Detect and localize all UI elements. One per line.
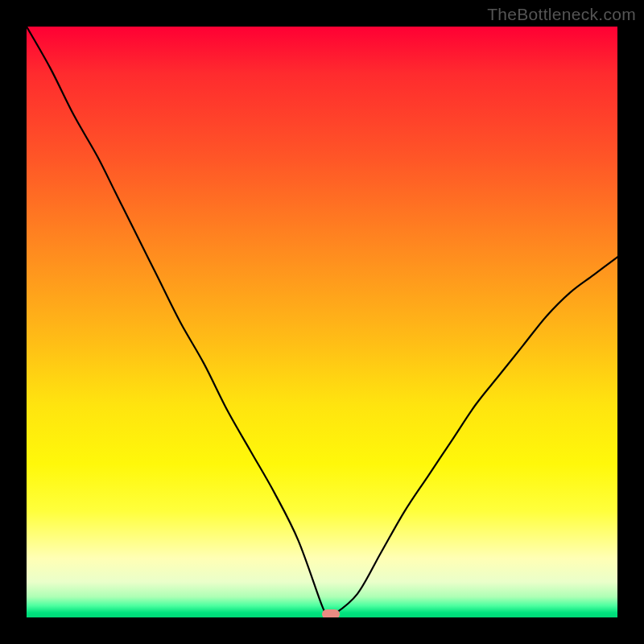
optimal-point-marker [322,609,340,617]
plot-area [27,27,617,617]
watermark-label: TheBottleneck.com [487,5,636,24]
bottleneck-curve [27,27,617,617]
chart-frame: TheBottleneck.com [0,0,644,644]
